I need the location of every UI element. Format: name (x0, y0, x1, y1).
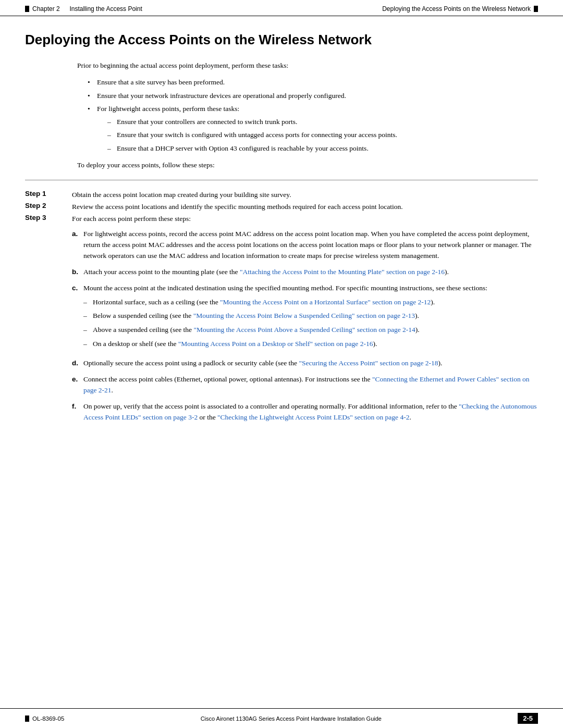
footer-page-number: 2-5 (518, 713, 538, 724)
header-rule-left (25, 6, 29, 12)
step-3b-label: b. (72, 267, 83, 278)
chapter-title: Installing the Access Point (69, 5, 142, 13)
step-3f: f. On power up, verify that the access p… (72, 401, 538, 423)
footer-center: Cisco Aironet 1130AG Series Access Point… (201, 715, 382, 722)
sub-bullet-list: Ensure that your controllers are connect… (107, 117, 538, 154)
footer-rule-left (25, 715, 29, 722)
link-desktop-shelf[interactable]: "Mounting Access Point on a Desktop or S… (178, 340, 373, 348)
step-3f-label: f. (72, 401, 83, 423)
step-3e-content: Connect the access point cables (Etherne… (83, 374, 538, 396)
step-3d-content: Optionally secure the access point using… (83, 358, 538, 369)
footer-guide-title: Cisco Aironet 1130AG Series Access Point… (201, 715, 382, 722)
sub-bullet-2: Ensure that your switch is configured wi… (107, 130, 538, 140)
page-footer: OL-8369-05 Cisco Aironet 1130AG Series A… (0, 708, 563, 728)
step-1-label: Step 1 (25, 189, 72, 201)
step-3a-content: For lightweight access points, record th… (83, 229, 538, 262)
link-above-ceiling[interactable]: "Mounting the Access Point Above a Suspe… (193, 326, 415, 334)
steps-table: Step 1 Obtain the access point location … (25, 189, 538, 428)
sub-bullet-3: Ensure that a DHCP server with Option 43… (107, 143, 538, 154)
link-below-ceiling[interactable]: "Mounting the Access Point Below a Suspe… (193, 312, 415, 319)
step-3c-label: c. (72, 283, 83, 353)
page-title: Deploying the Access Points on the Wirel… (25, 32, 538, 48)
step-3-label: Step 3 (25, 213, 72, 428)
divider (25, 180, 538, 180)
step-2-row: Step 2 Review the access point locations… (25, 201, 538, 213)
footer-left: OL-8369-05 (25, 715, 64, 722)
link-mounting-plate[interactable]: "Attaching the Access Point to the Mount… (240, 268, 445, 276)
step-3c: c. Mount the access point at the indicat… (72, 283, 538, 353)
header-right: Deploying the Access Points on the Wirel… (382, 5, 538, 13)
step-1-content: Obtain the access point location map cre… (72, 189, 538, 201)
c-sub-1: Horizontal surface, such as a ceiling (s… (83, 297, 538, 308)
header-left: Chapter 2 Installing the Access Point (25, 5, 142, 13)
header-rule-right (534, 6, 538, 12)
step-3d-label: d. (72, 358, 83, 369)
footer-doc-id: OL-8369-05 (32, 715, 64, 722)
c-sub-3: Above a suspended ceiling (see the "Moun… (83, 325, 538, 336)
step-3-alpha-list: a. For lightweight access points, record… (72, 229, 538, 423)
step-2-label: Step 2 (25, 201, 72, 213)
intro-text: Prior to beginning the actual access poi… (77, 60, 538, 71)
page-header: Chapter 2 Installing the Access Point De… (0, 0, 563, 16)
link-securing[interactable]: "Securing the Access Point" section on p… (299, 359, 438, 367)
chapter-label: Chapter 2 (32, 5, 60, 13)
step-3f-content: On power up, verify that the access poin… (83, 401, 538, 423)
step-2-content: Review the access point locations and id… (72, 201, 538, 213)
step-3c-dash-list: Horizontal surface, such as a ceiling (s… (83, 297, 538, 350)
step-1-row: Step 1 Obtain the access point location … (25, 189, 538, 201)
header-right-title: Deploying the Access Points on the Wirel… (382, 5, 531, 13)
c-sub-4: On a desktop or shelf (see the "Mounting… (83, 339, 538, 350)
bullet-item-3: For lightweight access points, perform t… (88, 104, 538, 154)
step-3b-content: Attach your access point to the mounting… (83, 267, 538, 278)
bullet-item-1: Ensure that a site survey has been prefo… (88, 77, 538, 88)
step-3d: d. Optionally secure the access point us… (72, 358, 538, 369)
step-3-content: For each access point perform these step… (72, 213, 538, 428)
deploy-text: To deploy your access points, follow the… (77, 160, 538, 170)
step-3a: a. For lightweight access points, record… (72, 229, 538, 262)
step-3e-label: e. (72, 374, 83, 396)
sub-bullet-1: Ensure that your controllers are connect… (107, 117, 538, 127)
step-3b: b. Attach your access point to the mount… (72, 267, 538, 278)
bullet-list: Ensure that a site survey has been prefo… (88, 77, 538, 154)
c-sub-2: Below a suspended ceiling (see the "Moun… (83, 311, 538, 322)
step-3-row: Step 3 For each access point perform the… (25, 213, 538, 428)
bullet-item-2: Ensure that your network infrastructure … (88, 91, 538, 101)
step-3a-label: a. (72, 229, 83, 262)
step-3c-content: Mount the access point at the indicated … (83, 283, 538, 353)
link-horizontal[interactable]: "Mounting the Access Point on a Horizont… (220, 298, 431, 306)
main-content: Deploying the Access Points on the Wirel… (0, 16, 563, 464)
step-3e: e. Connect the access point cables (Ethe… (72, 374, 538, 396)
link-lightweight-leds[interactable]: "Checking the Lightweight Access Point L… (217, 413, 409, 421)
